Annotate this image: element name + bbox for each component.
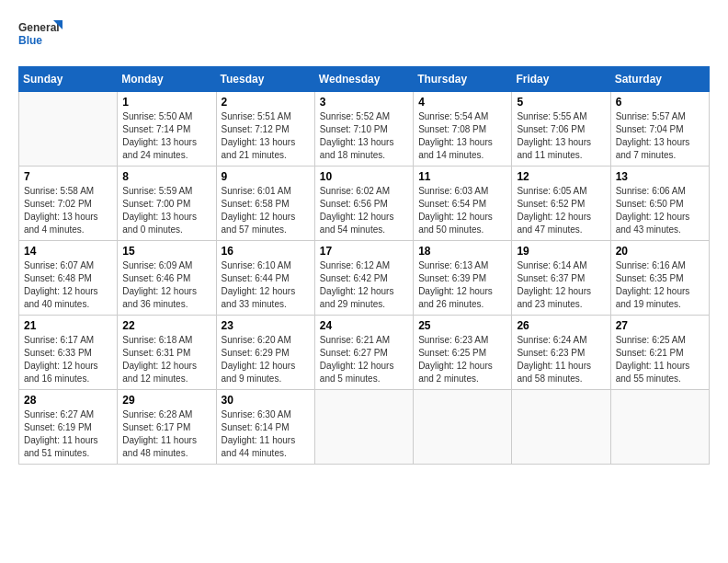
- day-number: 28: [24, 394, 112, 407]
- day-number: 25: [418, 319, 506, 332]
- calendar-header-row: SundayMondayTuesdayWednesdayThursdayFrid…: [19, 67, 710, 92]
- calendar-cell: 9Sunrise: 6:01 AMSunset: 6:58 PMDaylight…: [216, 167, 314, 241]
- calendar-cell: 24Sunrise: 6:21 AMSunset: 6:27 PMDayligh…: [314, 316, 413, 390]
- calendar-cell: 1Sunrise: 5:50 AMSunset: 7:14 PMDaylight…: [118, 92, 216, 167]
- day-info: Sunrise: 5:51 AMSunset: 7:12 PMDaylight:…: [222, 110, 310, 162]
- svg-text:General: General: [18, 21, 60, 34]
- day-info: Sunrise: 6:10 AMSunset: 6:44 PMDaylight:…: [222, 259, 310, 311]
- weekday-header-friday: Friday: [512, 67, 610, 92]
- logo: GeneralBlue: [18, 18, 64, 52]
- calendar-cell: 13Sunrise: 6:06 AMSunset: 6:50 PMDayligh…: [610, 167, 709, 241]
- day-number: 5: [517, 96, 605, 109]
- day-number: 15: [122, 245, 210, 258]
- day-info: Sunrise: 6:30 AMSunset: 6:14 PMDaylight:…: [222, 408, 310, 460]
- calendar-row-3: 21Sunrise: 6:17 AMSunset: 6:33 PMDayligh…: [19, 316, 710, 390]
- calendar-cell: 26Sunrise: 6:24 AMSunset: 6:23 PMDayligh…: [512, 316, 610, 390]
- day-number: 13: [616, 170, 704, 183]
- weekday-header-sunday: Sunday: [19, 67, 118, 92]
- day-number: 21: [24, 319, 112, 332]
- calendar-row-0: 1Sunrise: 5:50 AMSunset: 7:14 PMDaylight…: [19, 92, 710, 167]
- day-number: 26: [517, 319, 605, 332]
- day-number: 16: [222, 245, 310, 258]
- calendar-cell: [314, 390, 413, 465]
- page-header: GeneralBlue: [18, 18, 710, 52]
- calendar-cell: 28Sunrise: 6:27 AMSunset: 6:19 PMDayligh…: [19, 390, 118, 465]
- day-info: Sunrise: 5:52 AMSunset: 7:10 PMDaylight:…: [320, 110, 408, 162]
- day-number: 10: [320, 170, 408, 183]
- day-info: Sunrise: 6:20 AMSunset: 6:29 PMDaylight:…: [222, 334, 310, 385]
- day-number: 3: [320, 96, 408, 109]
- calendar-cell: 4Sunrise: 5:54 AMSunset: 7:08 PMDaylight…: [414, 92, 512, 167]
- calendar-cell: 15Sunrise: 6:09 AMSunset: 6:46 PMDayligh…: [118, 241, 216, 316]
- calendar-cell: 8Sunrise: 5:59 AMSunset: 7:00 PMDaylight…: [118, 167, 216, 241]
- calendar-cell: 19Sunrise: 6:14 AMSunset: 6:37 PMDayligh…: [512, 241, 610, 316]
- weekday-header-thursday: Thursday: [414, 67, 512, 92]
- day-info: Sunrise: 6:12 AMSunset: 6:42 PMDaylight:…: [320, 259, 408, 311]
- svg-text:Blue: Blue: [18, 34, 42, 47]
- calendar-cell: 23Sunrise: 6:20 AMSunset: 6:29 PMDayligh…: [216, 316, 314, 390]
- day-info: Sunrise: 6:13 AMSunset: 6:39 PMDaylight:…: [418, 259, 506, 311]
- calendar-cell: 16Sunrise: 6:10 AMSunset: 6:44 PMDayligh…: [216, 241, 314, 316]
- day-number: 8: [122, 170, 210, 183]
- calendar-cell: 17Sunrise: 6:12 AMSunset: 6:42 PMDayligh…: [314, 241, 413, 316]
- calendar-table: SundayMondayTuesdayWednesdayThursdayFrid…: [18, 66, 710, 465]
- day-number: 17: [320, 245, 408, 258]
- day-info: Sunrise: 5:59 AMSunset: 7:00 PMDaylight:…: [122, 185, 210, 236]
- day-info: Sunrise: 6:14 AMSunset: 6:37 PMDaylight:…: [517, 259, 605, 311]
- day-info: Sunrise: 6:18 AMSunset: 6:31 PMDaylight:…: [122, 334, 210, 385]
- day-info: Sunrise: 6:28 AMSunset: 6:17 PMDaylight:…: [122, 408, 210, 460]
- calendar-cell: 27Sunrise: 6:25 AMSunset: 6:21 PMDayligh…: [610, 316, 709, 390]
- calendar-cell: 7Sunrise: 5:58 AMSunset: 7:02 PMDaylight…: [19, 167, 118, 241]
- day-number: 27: [616, 319, 704, 332]
- day-info: Sunrise: 6:05 AMSunset: 6:52 PMDaylight:…: [517, 185, 605, 236]
- day-info: Sunrise: 5:58 AMSunset: 7:02 PMDaylight:…: [24, 185, 112, 236]
- calendar-cell: 18Sunrise: 6:13 AMSunset: 6:39 PMDayligh…: [414, 241, 512, 316]
- day-number: 14: [24, 245, 112, 258]
- day-info: Sunrise: 5:54 AMSunset: 7:08 PMDaylight:…: [418, 110, 506, 162]
- calendar-cell: [512, 390, 610, 465]
- day-info: Sunrise: 5:57 AMSunset: 7:04 PMDaylight:…: [616, 110, 704, 162]
- calendar-cell: 22Sunrise: 6:18 AMSunset: 6:31 PMDayligh…: [118, 316, 216, 390]
- day-number: 12: [517, 170, 605, 183]
- day-number: 1: [122, 96, 210, 109]
- day-info: Sunrise: 6:01 AMSunset: 6:58 PMDaylight:…: [222, 185, 310, 236]
- calendar-cell: 25Sunrise: 6:23 AMSunset: 6:25 PMDayligh…: [414, 316, 512, 390]
- calendar-cell: 20Sunrise: 6:16 AMSunset: 6:35 PMDayligh…: [610, 241, 709, 316]
- day-info: Sunrise: 6:02 AMSunset: 6:56 PMDaylight:…: [320, 185, 408, 236]
- calendar-cell: 6Sunrise: 5:57 AMSunset: 7:04 PMDaylight…: [610, 92, 709, 167]
- calendar-cell: [610, 390, 709, 465]
- day-info: Sunrise: 6:06 AMSunset: 6:50 PMDaylight:…: [616, 185, 704, 236]
- day-number: 30: [222, 394, 310, 407]
- calendar-cell: 12Sunrise: 6:05 AMSunset: 6:52 PMDayligh…: [512, 167, 610, 241]
- day-info: Sunrise: 6:25 AMSunset: 6:21 PMDaylight:…: [616, 334, 704, 385]
- weekday-header-wednesday: Wednesday: [314, 67, 413, 92]
- day-info: Sunrise: 6:24 AMSunset: 6:23 PMDaylight:…: [517, 334, 605, 385]
- weekday-header-monday: Monday: [118, 67, 216, 92]
- calendar-cell: [414, 390, 512, 465]
- calendar-row-2: 14Sunrise: 6:07 AMSunset: 6:48 PMDayligh…: [19, 241, 710, 316]
- day-number: 24: [320, 319, 408, 332]
- day-info: Sunrise: 6:27 AMSunset: 6:19 PMDaylight:…: [24, 408, 112, 460]
- day-number: 6: [616, 96, 704, 109]
- calendar-cell: 14Sunrise: 6:07 AMSunset: 6:48 PMDayligh…: [19, 241, 118, 316]
- calendar-cell: 5Sunrise: 5:55 AMSunset: 7:06 PMDaylight…: [512, 92, 610, 167]
- day-info: Sunrise: 6:16 AMSunset: 6:35 PMDaylight:…: [616, 259, 704, 311]
- day-info: Sunrise: 6:17 AMSunset: 6:33 PMDaylight:…: [24, 334, 112, 385]
- day-info: Sunrise: 5:55 AMSunset: 7:06 PMDaylight:…: [517, 110, 605, 162]
- day-number: 29: [122, 394, 210, 407]
- day-number: 9: [222, 170, 310, 183]
- calendar-cell: [19, 92, 118, 167]
- calendar-row-1: 7Sunrise: 5:58 AMSunset: 7:02 PMDaylight…: [19, 167, 710, 241]
- day-number: 20: [616, 245, 704, 258]
- day-info: Sunrise: 6:21 AMSunset: 6:27 PMDaylight:…: [320, 334, 408, 385]
- day-info: Sunrise: 5:50 AMSunset: 7:14 PMDaylight:…: [122, 110, 210, 162]
- day-info: Sunrise: 6:23 AMSunset: 6:25 PMDaylight:…: [418, 334, 506, 385]
- weekday-header-saturday: Saturday: [610, 67, 709, 92]
- day-number: 7: [24, 170, 112, 183]
- day-number: 19: [517, 245, 605, 258]
- day-number: 4: [418, 96, 506, 109]
- weekday-header-tuesday: Tuesday: [216, 67, 314, 92]
- calendar-cell: 3Sunrise: 5:52 AMSunset: 7:10 PMDaylight…: [314, 92, 413, 167]
- day-number: 11: [418, 170, 506, 183]
- day-info: Sunrise: 6:07 AMSunset: 6:48 PMDaylight:…: [24, 259, 112, 311]
